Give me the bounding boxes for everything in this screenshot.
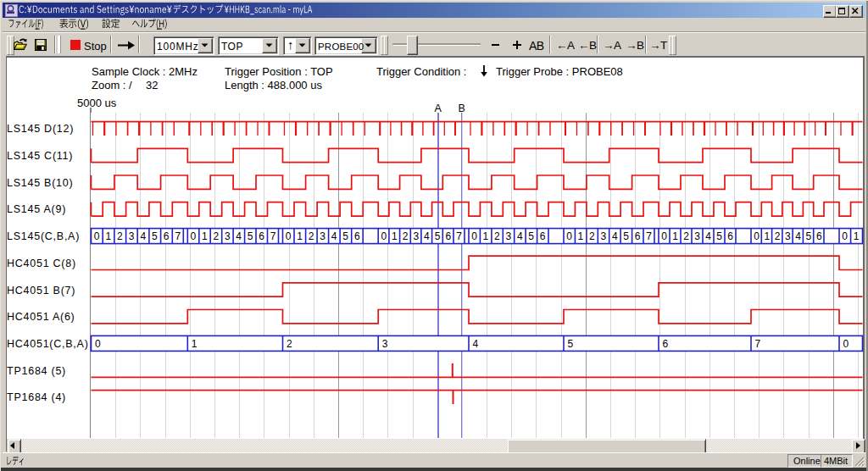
svg-text:LS145 C(11): LS145 C(11) [7,150,73,162]
svg-text:1: 1 [105,230,111,242]
svg-text:6: 6 [540,230,546,242]
svg-text:1: 1 [297,230,303,242]
svg-text:4: 4 [612,230,618,242]
svg-text:4: 4 [473,338,479,350]
svg-text:3: 3 [414,230,420,242]
svg-text:5: 5 [435,230,441,242]
svg-text:2: 2 [683,230,689,242]
svg-text:4: 4 [424,230,430,242]
svg-text:0: 0 [843,338,849,350]
svg-text:A: A [435,103,442,114]
svg-text:0: 0 [191,230,197,242]
svg-text:1: 1 [765,230,771,242]
svg-text:7: 7 [755,338,761,350]
svg-text:4: 4 [705,230,711,242]
svg-text:2: 2 [589,230,595,242]
svg-text:7: 7 [646,230,652,242]
svg-text:TP1684 (5): TP1684 (5) [7,365,66,377]
svg-text:5: 5 [342,230,348,242]
svg-text:2: 2 [403,230,409,242]
svg-text:0: 0 [381,230,387,242]
svg-text:3: 3 [225,230,231,242]
svg-text:LS145 B(10): LS145 B(10) [7,177,73,189]
svg-text:0: 0 [842,230,848,242]
svg-text:5: 5 [528,230,534,242]
svg-text:HC4051 A(6): HC4051 A(6) [7,311,75,323]
svg-text:6: 6 [259,230,264,242]
svg-text:5: 5 [806,230,812,242]
svg-text:7: 7 [270,230,276,242]
svg-text:0: 0 [566,230,572,242]
svg-text:6: 6 [663,338,669,350]
svg-text:0: 0 [661,230,667,242]
svg-text:5: 5 [568,338,574,350]
svg-text:3: 3 [694,230,700,242]
svg-text:1: 1 [854,230,860,242]
svg-text:6: 6 [354,230,360,242]
svg-text:5: 5 [716,230,722,242]
svg-text:LS145 D(12): LS145 D(12) [7,123,74,135]
svg-text:LS145 A(9): LS145 A(9) [7,203,66,215]
svg-text:4: 4 [517,230,523,242]
svg-text:0: 0 [286,230,292,242]
svg-text:1: 1 [392,230,398,242]
svg-text:4: 4 [236,230,242,242]
svg-text:2: 2 [287,338,292,350]
svg-text:1: 1 [672,230,678,242]
svg-text:6: 6 [164,230,170,242]
svg-text:0: 0 [95,338,101,350]
svg-text:6: 6 [635,230,641,242]
svg-text:1: 1 [192,338,198,350]
svg-text:1: 1 [578,230,584,242]
svg-text:3: 3 [382,338,388,350]
svg-text:HC4051 B(7): HC4051 B(7) [7,285,75,296]
svg-text:3: 3 [601,230,607,242]
svg-text:0: 0 [471,230,477,242]
svg-text:3: 3 [506,230,512,242]
svg-text:2: 2 [309,230,314,242]
svg-text:3: 3 [129,230,135,242]
svg-text:2: 2 [213,230,219,242]
svg-text:LS145(C,B,A): LS145(C,B,A) [7,230,80,242]
svg-text:0: 0 [754,230,760,242]
svg-text:B: B [459,103,465,114]
svg-text:6: 6 [446,230,452,242]
svg-text:TP1684 (4): TP1684 (4) [7,391,66,403]
svg-text:3: 3 [785,230,791,242]
svg-text:6: 6 [727,230,733,242]
svg-text:3: 3 [320,230,326,242]
svg-text:2: 2 [775,230,781,242]
svg-text:5: 5 [152,230,158,242]
svg-text:5: 5 [623,230,629,242]
svg-text:7: 7 [175,230,181,242]
svg-text:2: 2 [494,230,500,242]
svg-text:0: 0 [94,230,100,242]
svg-text:4: 4 [331,230,337,242]
svg-text:6: 6 [816,230,822,242]
svg-text:HC4051 C(8): HC4051 C(8) [7,258,76,269]
svg-text:5: 5 [248,230,253,242]
svg-text:HC4051(C,B,A): HC4051(C,B,A) [7,338,89,350]
svg-text:2: 2 [117,230,123,242]
svg-text:4: 4 [795,230,801,242]
svg-text:1: 1 [483,230,489,242]
svg-text:1: 1 [202,230,208,242]
svg-text:7: 7 [456,230,462,242]
svg-text:4: 4 [140,230,146,242]
